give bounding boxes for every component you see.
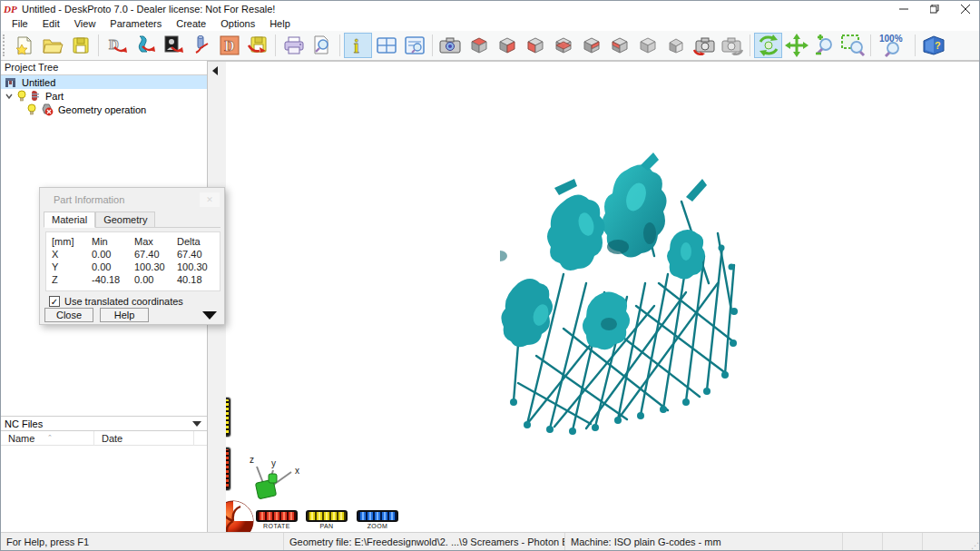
zoom-bar-icon[interactable] bbox=[357, 510, 398, 522]
tree-item-part[interactable]: Part bbox=[1, 89, 207, 103]
pan-label: PAN bbox=[306, 523, 348, 529]
axis-y-label: y bbox=[271, 458, 276, 468]
pan-mode-button[interactable] bbox=[782, 33, 810, 58]
close-button[interactable] bbox=[950, 1, 980, 17]
import-geometry-button[interactable] bbox=[131, 33, 159, 58]
expand-dialog-arrow[interactable] bbox=[202, 311, 217, 320]
menu-options[interactable]: Options bbox=[213, 17, 262, 31]
snapshot-button[interactable] bbox=[436, 33, 465, 58]
status-empty-3 bbox=[923, 533, 963, 551]
resize-grip[interactable]: ⋰ bbox=[966, 533, 980, 551]
toolbar-separator bbox=[432, 34, 433, 56]
use-translated-coordinates-checkbox[interactable]: ✓ Use translated coordinates bbox=[49, 296, 183, 307]
menu-create[interactable]: Create bbox=[169, 17, 213, 31]
bulb-icon[interactable] bbox=[16, 90, 27, 102]
help-button[interactable]: ? bbox=[919, 33, 947, 58]
toolbar: D D i 100% ? bbox=[1, 31, 980, 61]
toolbar-separator bbox=[339, 34, 340, 56]
axis-z-label: z bbox=[250, 455, 254, 465]
status-help: For Help, press F1 bbox=[1, 533, 284, 551]
toolbar-separator bbox=[750, 34, 750, 56]
title-bar: DP Untitled - DeskProto 7.0 - Dealer lic… bbox=[1, 1, 980, 17]
rotate-mode-button[interactable] bbox=[754, 33, 782, 58]
dialog-close-icon[interactable]: ✕ bbox=[200, 192, 220, 207]
save-button[interactable] bbox=[66, 33, 94, 58]
new-button[interactable] bbox=[10, 33, 38, 58]
tree-item-geometry-operation[interactable]: Geometry operation bbox=[1, 103, 207, 116]
table-row-y: Y 0.00 100.30 100.30 bbox=[52, 261, 220, 273]
operation-error-icon bbox=[40, 103, 54, 116]
zoom-label: ZOOM bbox=[357, 523, 398, 529]
svg-text:?: ? bbox=[935, 40, 941, 51]
dimensions-table: [mm] Min Max Delta X 0.00 67.40 67.40 Y … bbox=[45, 231, 220, 291]
open-button[interactable] bbox=[38, 33, 66, 58]
print-preview-button[interactable] bbox=[308, 33, 336, 58]
save-as-button[interactable] bbox=[243, 33, 271, 58]
zoom-in-out-button[interactable] bbox=[810, 33, 838, 58]
zoom-100-button[interactable]: 100% bbox=[875, 33, 911, 58]
menu-file[interactable]: File bbox=[5, 17, 35, 31]
part-information-dialog[interactable]: Part Information ✕ Material Geometry [mm… bbox=[39, 187, 225, 325]
help-dialog-button[interactable]: Help bbox=[100, 308, 149, 322]
axis-indicator: z y x bbox=[239, 450, 302, 505]
rotate-bar-icon[interactable] bbox=[256, 510, 298, 522]
deskproto-window: DP Untitled - DeskProto 7.0 - Dealer lic… bbox=[0, 0, 980, 551]
svg-text:i: i bbox=[354, 36, 359, 56]
window-title: Untitled - DeskProto 7.0 - Dealer licens… bbox=[22, 4, 275, 15]
model-3d[interactable] bbox=[500, 147, 772, 447]
rotate-view-right-button[interactable] bbox=[718, 33, 746, 58]
print-button[interactable] bbox=[279, 33, 308, 58]
view-perspective-button[interactable] bbox=[662, 33, 690, 58]
view-section-button[interactable] bbox=[549, 33, 577, 58]
import-project-button[interactable]: D bbox=[103, 33, 131, 58]
menu-view[interactable]: View bbox=[67, 17, 103, 31]
bulb-icon[interactable] bbox=[26, 103, 37, 115]
rotate-nav-button[interactable]: ROTATE bbox=[256, 510, 298, 529]
menu-edit[interactable]: Edit bbox=[35, 17, 67, 31]
dialog-title-bar[interactable]: Part Information bbox=[40, 188, 224, 212]
wizard-button[interactable]: D bbox=[215, 33, 243, 58]
red-level-slider[interactable] bbox=[226, 448, 230, 490]
tab-material[interactable]: Material bbox=[44, 212, 95, 228]
column-name[interactable]: Name⌃ bbox=[1, 431, 94, 446]
import-bitmap-button[interactable] bbox=[159, 33, 187, 58]
toolbar-grip[interactable] bbox=[3, 34, 8, 56]
dropdown-arrow-icon[interactable] bbox=[192, 420, 201, 428]
status-geometry-file: Geometry file: E:\Freedesignwold\2. ...\… bbox=[284, 533, 565, 551]
chevron-down-icon[interactable] bbox=[5, 92, 14, 101]
pan-nav-button[interactable]: PAN bbox=[306, 510, 348, 529]
status-empty-2 bbox=[883, 533, 923, 551]
yellow-level-slider[interactable] bbox=[226, 398, 230, 437]
svg-text:D: D bbox=[224, 38, 235, 54]
viewport-3d[interactable]: z y x ROTATE PAN ZOOM bbox=[226, 61, 980, 532]
rotate-view-left-button[interactable] bbox=[690, 33, 718, 58]
tree-item-untitled[interactable]: Untitled bbox=[1, 75, 207, 89]
minimize-button[interactable] bbox=[888, 1, 919, 17]
menu-parameters[interactable]: Parameters bbox=[103, 17, 169, 31]
pan-bar-icon[interactable] bbox=[306, 510, 348, 522]
view-top-button[interactable] bbox=[465, 33, 493, 58]
view-iso-button[interactable] bbox=[633, 33, 662, 58]
zoom-level-text: 100% bbox=[879, 34, 903, 44]
view-left-button[interactable] bbox=[605, 33, 633, 58]
zoom-nav-button[interactable]: ZOOM bbox=[357, 510, 398, 529]
view-front-button[interactable] bbox=[493, 33, 521, 58]
import-toolpath-button[interactable] bbox=[187, 33, 215, 58]
tab-geometry[interactable]: Geometry bbox=[95, 212, 155, 227]
view-right-button[interactable] bbox=[577, 33, 605, 58]
sort-arrow-icon: ⌃ bbox=[47, 430, 53, 445]
restore-button[interactable] bbox=[919, 1, 950, 17]
nc-files-header[interactable]: NC Files bbox=[1, 416, 207, 431]
zoom-window-button[interactable] bbox=[838, 33, 867, 58]
part-information-button[interactable]: i bbox=[344, 33, 372, 58]
close-dialog-button[interactable]: Close bbox=[44, 308, 93, 322]
column-date[interactable]: Date bbox=[94, 431, 194, 446]
checkbox-icon[interactable]: ✓ bbox=[49, 296, 60, 307]
menu-help[interactable]: Help bbox=[262, 17, 298, 31]
window-layout-button[interactable] bbox=[372, 33, 400, 58]
toolbar-separator bbox=[275, 34, 276, 56]
collapse-panel-icon[interactable] bbox=[211, 66, 220, 75]
view-back-button[interactable] bbox=[521, 33, 549, 58]
rotate-ball[interactable] bbox=[226, 499, 255, 532]
operation-report-button[interactable] bbox=[400, 33, 428, 58]
